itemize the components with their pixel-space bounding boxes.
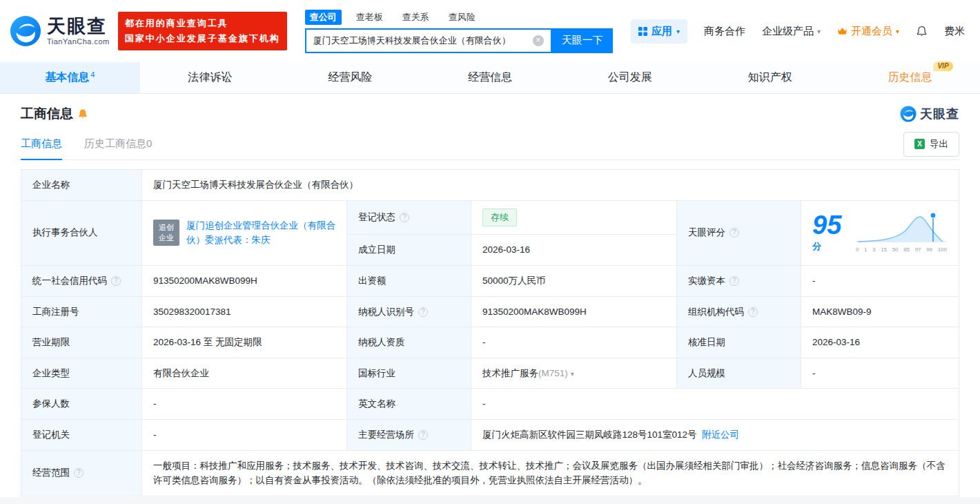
executive-partner-link[interactable]: 厦门追创企业管理合伙企业（有限合伙）委派代表：朱庆 (186, 218, 335, 248)
business-info-table: 企业名称 厦门天空工场博天科技发展合伙企业（有限合伙） 执行事务合伙人 追创 企… (21, 169, 959, 496)
industry-expand-icon[interactable]: ▾ (571, 370, 574, 378)
apps-menu-button[interactable]: 应用 ▾ (631, 19, 687, 43)
search-box: × (305, 28, 552, 53)
score-axis: 013 155085 9799100 (855, 246, 948, 255)
page-bottom-strip (0, 497, 980, 504)
table-row: 参保人数 - 英文名称 - (21, 389, 959, 420)
tab-intellectual-property[interactable]: 知识产权 (700, 62, 840, 93)
contribution-value: 50000万人民币 (471, 265, 677, 296)
subtab-business-info[interactable]: 工商信息 (21, 128, 62, 160)
score-number: 95 (812, 211, 841, 240)
business-term-value: 2026-03-16 至 无固定期限 (142, 327, 347, 358)
search-tab-company[interactable]: 查公司 (305, 10, 342, 25)
table-row: 执行事务合伙人 追创 企业 厦门追创企业管理合伙企业（有限合伙）委派代表：朱庆 … (21, 200, 959, 235)
approval-date-value: 2026-03-16 (801, 327, 959, 358)
registration-status-label: 登记状态? (347, 200, 471, 235)
business-scope-label: 经营范围? (21, 450, 142, 496)
tyc-score-label: 天眼评分? (677, 200, 801, 265)
brand-domain: TianYanCha.com (47, 37, 110, 46)
english-name-value: - (471, 389, 959, 420)
search-tab-boss[interactable]: 查老板 (351, 10, 388, 25)
credit-code-value: 91350200MAK8WB099H (142, 265, 347, 296)
partner-logo-badge[interactable]: 追创 企业 (153, 220, 179, 246)
table-row: 登记机关 - 主要经营场所? 厦门火炬高新区软件园三期凤岐路128号101室01… (21, 419, 959, 450)
export-button[interactable]: X 导出 (903, 132, 959, 157)
reg-number-label: 工商注册号 (21, 296, 142, 327)
help-icon[interactable]: ? (74, 468, 84, 478)
credit-code-label: 统一社会信用代码? (21, 265, 142, 296)
nearby-companies-link[interactable]: 附近公司 (702, 429, 739, 440)
taxpayer-id-value: 91350200MAK8WB099H (471, 296, 677, 327)
help-icon[interactable]: ? (729, 228, 739, 238)
tianyancha-logo-icon (10, 15, 41, 47)
table-row: 营业期限 2026-03-16 至 无固定期限 纳税人资质 - 核准日期 202… (21, 327, 959, 358)
nav-open-vip[interactable]: 开通会员 ▾ (837, 25, 899, 38)
score-unit: 分 (812, 241, 821, 251)
search-area: 查公司 查老板 查关系 查风险 × 天眼一下 (305, 10, 613, 53)
table-row: 工商注册号 350298320017381 纳税人识别号? 91350200MA… (21, 296, 959, 327)
search-input[interactable] (313, 35, 533, 46)
chevron-down-icon: ▾ (896, 28, 899, 35)
business-address-value: 厦门火炬高新区软件园三期凤岐路128号101室012号 附近公司 (471, 419, 959, 450)
company-type-label: 企业类型 (21, 358, 142, 389)
tianyancha-logo-icon (900, 106, 917, 122)
tyc-score-value: 95分 013 155085 9799100 (801, 200, 959, 265)
paid-capital-label: 实缴资本? (677, 265, 801, 296)
search-tab-risk[interactable]: 查风险 (444, 10, 480, 25)
tab-company-development[interactable]: 公司发展 (560, 62, 700, 93)
chevron-down-icon: ▾ (817, 28, 821, 35)
taxpayer-qualification-value: - (471, 327, 677, 358)
tab-basic-info[interactable]: 基本信息4 (0, 62, 140, 93)
help-icon[interactable]: ? (418, 430, 428, 440)
search-tab-relation[interactable]: 查关系 (398, 10, 434, 25)
help-icon[interactable]: ? (729, 276, 739, 286)
main-content: 工商信息 天眼查 工商信息 历史工商信息0 X 导出 (0, 94, 980, 496)
registration-authority-value: - (142, 419, 347, 450)
approval-date-label: 核准日期 (677, 327, 801, 358)
tianyancha-logo[interactable]: 天眼查 TianYanCha.com (10, 15, 110, 47)
subscribe-bell-icon[interactable] (77, 108, 88, 119)
subtab-bar: 工商信息 历史工商信息0 X 导出 (21, 128, 959, 160)
establish-date-label: 成立日期 (347, 235, 471, 266)
help-icon[interactable]: ? (418, 307, 428, 317)
tab-legal-proceedings[interactable]: 法律诉讼 (140, 62, 280, 93)
org-code-value: MAK8WB09-9 (801, 296, 959, 327)
nav-enterprise-products[interactable]: 企业级产品 ▾ (762, 25, 821, 38)
tab-count-badge: 4 (90, 70, 95, 79)
business-address-label: 主要经营场所? (347, 419, 471, 450)
subtab-history-business-info[interactable]: 历史工商信息0 (84, 128, 152, 159)
registration-authority-label: 登记机关 (21, 419, 142, 450)
staff-size-label: 人员规模 (677, 358, 801, 389)
search-tabs: 查公司 查老板 查关系 查风险 (305, 10, 613, 25)
promo-line-1: 都在用的商业查询工具 (125, 16, 280, 31)
top-header: 天眼查 TianYanCha.com 都在用的商业查询工具 国家中小企业发展子基… (0, 0, 980, 62)
help-icon[interactable]: ? (111, 276, 121, 286)
crown-icon (837, 27, 847, 35)
industry-label: 国标行业 (347, 358, 471, 389)
tab-history-info[interactable]: 历史信息 VIP (840, 62, 980, 93)
tab-operation-info[interactable]: 经营信息 (420, 62, 560, 93)
insured-count-value: - (142, 389, 347, 420)
help-icon[interactable]: ? (748, 307, 758, 317)
bell-curve-chart (855, 211, 948, 245)
user-name[interactable]: 费米 (944, 25, 965, 38)
clear-search-icon[interactable]: × (533, 35, 544, 46)
tianyancha-watermark: 天眼查 (900, 106, 959, 122)
score-distribution-chart: 013 155085 9799100 (855, 211, 948, 255)
table-row: 经营范围? 一般项目：科技推广和应用服务；技术服务、技术开发、技术咨询、技术交流… (21, 450, 959, 496)
help-icon[interactable]: ? (400, 213, 409, 222)
company-name-value: 厦门天空工场博天科技发展合伙企业（有限合伙） (142, 170, 959, 201)
search-submit-button[interactable]: 天眼一下 (552, 28, 613, 53)
registration-status-value: 存续 (471, 200, 677, 235)
notification-bell-icon[interactable] (916, 26, 928, 37)
taxpayer-qualification-label: 纳税人资质 (347, 327, 471, 358)
brand-name: 天眼查 (47, 17, 110, 37)
business-scope-value: 一般项目：科技推广和应用服务；技术服务、技术开发、技术咨询、技术交流、技术转让、… (142, 450, 959, 496)
industry-value: 技术推广服务(M751)▾ (471, 358, 677, 389)
tab-operation-risk[interactable]: 经营风险 (280, 62, 420, 93)
insured-count-label: 参保人数 (21, 389, 142, 420)
nav-business-cooperation[interactable]: 商务合作 (704, 25, 745, 38)
paid-capital-value: - (801, 265, 959, 296)
contribution-label: 出资额 (347, 265, 471, 296)
header-right-nav: 应用 ▾ 商务合作 企业级产品 ▾ 开通会员 ▾ 费米 (631, 19, 965, 43)
